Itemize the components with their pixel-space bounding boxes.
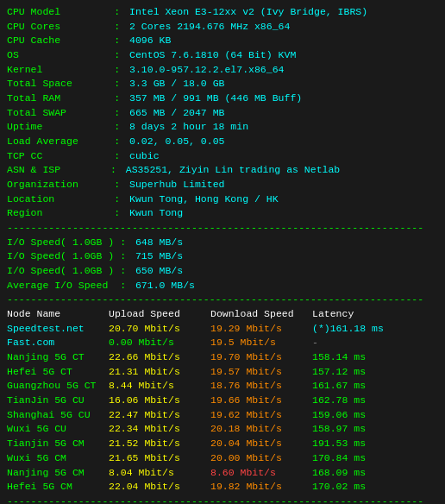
latency-tianjin-cm: 191.53 ms [312, 437, 366, 451]
speedtest-row: Nanjing 5G CM 8.04 Mbit/s 8.60 Mbit/s 16… [7, 466, 438, 481]
cpu-cores-label: CPU Cores [7, 20, 114, 35]
asn-isp-row: ASN & ISP : AS35251, Ziyin Lin trading a… [7, 163, 438, 178]
total-space-value: 3.3 GB / 18.0 GB [129, 77, 224, 91]
total-swap-value: 665 MB / 2047 MB [129, 106, 224, 121]
kernel-value: 3.10.0-957.12.2.el7.x86_64 [129, 63, 284, 78]
node-speedtest-net: Speedtest.net [7, 322, 109, 337]
upload-speedtest-net: 20.70 Mbit/s [109, 322, 210, 337]
node-guangzhou-ct: Guangzhou 5G CT [7, 379, 109, 394]
cpu-cache-row: CPU Cache : 4096 KB [7, 34, 438, 48]
cpu-cores-row: CPU Cores : 2 Cores 2194.676 MHz x86_64 [7, 20, 438, 35]
total-swap-label: Total SWAP [7, 106, 114, 121]
node-hefei-ct: Hefei 5G CT [7, 365, 109, 380]
upload-hefei-cm: 22.04 Mbit/s [109, 480, 210, 495]
th-upload: Upload Speed [109, 307, 210, 322]
speedtest-row: Hefei 5G CT 21.31 Mbit/s 19.57 Mbit/s 15… [7, 365, 438, 380]
latency-guangzhou-ct: 161.67 ms [312, 379, 366, 394]
speedtest-row: Shanghai 5G CU 22.47 Mbit/s 19.62 Mbit/s… [7, 408, 438, 423]
speedtest-row: Wuxi 5G CU 22.34 Mbit/s 20.18 Mbit/s 158… [7, 422, 438, 437]
upload-nanjing-cm: 8.04 Mbit/s [109, 466, 210, 481]
total-ram-value: 357 MB / 991 MB (446 MB Buff) [129, 91, 302, 106]
download-tianjin-cu: 19.66 Mbit/s [210, 394, 312, 408]
region-row: Region : Kwun Tong [7, 206, 438, 221]
divider-1: ----------------------------------------… [7, 221, 438, 236]
tcp-cc-value: cubic [129, 149, 160, 164]
download-nanjing-cm: 8.60 Mbit/s [210, 466, 312, 481]
total-space-row: Total Space : 3.3 GB / 18.0 GB [7, 77, 438, 91]
terminal-container: CPU Model : Intel Xeon E3-12xx v2 (Ivy B… [7, 5, 438, 504]
asn-isp-label: ASN & ISP [7, 163, 110, 178]
download-hefei-cm: 19.82 Mbit/s [210, 480, 312, 495]
total-space-label: Total Space [7, 77, 114, 91]
load-average-row: Load Average : 0.02, 0.05, 0.05 [7, 135, 438, 149]
upload-fast-com: 0.00 Mbit/s [109, 336, 210, 350]
io-speed-1-value: 648 MB/s [135, 236, 183, 250]
speedtest-row: TianJin 5G CU 16.06 Mbit/s 19.66 Mbit/s … [7, 394, 438, 408]
region-value: Kwun Tong [129, 206, 183, 221]
download-shanghai-cu: 19.62 Mbit/s [210, 408, 312, 423]
upload-tianjin-cm: 21.52 Mbit/s [109, 437, 210, 451]
latency-shanghai-cu: 159.06 ms [312, 408, 366, 423]
io-speed-3-value: 650 MB/s [135, 264, 183, 279]
location-label: Location [7, 192, 114, 207]
organization-value: Superhub Limited [129, 178, 224, 192]
location-value: Kwun Tong, Hong Kong / HK [129, 192, 279, 207]
sysinfo-section: CPU Model : Intel Xeon E3-12xx v2 (Ivy B… [7, 5, 438, 221]
upload-shanghai-cu: 22.47 Mbit/s [109, 408, 210, 423]
divider-2: ----------------------------------------… [7, 293, 438, 307]
organization-row: Organization : Superhub Limited [7, 178, 438, 192]
io-speed-2-value: 715 MB/s [135, 249, 183, 264]
uptime-value: 8 days 2 hour 18 min [129, 120, 248, 135]
os-value: CentOS 7.6.1810 (64 Bit) KVM [129, 48, 296, 63]
organization-label: Organization [7, 178, 114, 192]
avg-io-row: Average I/O Speed : 671.0 MB/s [7, 279, 438, 293]
speedtest-header: Node Name Upload Speed Download Speed La… [7, 307, 438, 322]
io-speed-2-row: I/O Speed( 1.0GB ) : 715 MB/s [7, 249, 438, 264]
th-download: Download Speed [210, 307, 312, 322]
io-speed-3-label: I/O Speed( 1.0GB ) [7, 264, 114, 279]
th-latency: Latency [312, 307, 354, 322]
latency-wuxi-cm: 170.84 ms [312, 451, 366, 466]
speedtest-section: Node Name Upload Speed Download Speed La… [7, 307, 438, 495]
node-tianjin-cu: TianJin 5G CU [7, 394, 109, 408]
os-label: OS [7, 48, 114, 63]
io-speed-1-row: I/O Speed( 1.0GB ) : 648 MB/s [7, 236, 438, 250]
avg-io-label: Average I/O Speed [7, 279, 114, 293]
speedtest-row: Speedtest.net 20.70 Mbit/s 19.29 Mbit/s … [7, 322, 438, 337]
location-row: Location : Kwun Tong, Hong Kong / HK [7, 192, 438, 207]
download-wuxi-cm: 20.00 Mbit/s [210, 451, 312, 466]
tcp-cc-label: TCP CC [7, 149, 114, 164]
total-swap-row: Total SWAP : 665 MB / 2047 MB [7, 106, 438, 121]
total-ram-label: Total RAM [7, 91, 114, 106]
uptime-row: Uptime : 8 days 2 hour 18 min [7, 120, 438, 135]
region-label: Region [7, 206, 114, 221]
cpu-cache-value: 4096 KB [129, 34, 171, 48]
latency-speedtest-net: (*)161.18 ms [312, 322, 384, 337]
upload-nanjing-ct: 22.66 Mbit/s [109, 350, 210, 365]
node-wuxi-cm: Wuxi 5G CM [7, 451, 109, 466]
th-node: Node Name [7, 307, 109, 322]
latency-tianjin-cu: 162.78 ms [312, 394, 366, 408]
download-hefei-ct: 19.57 Mbit/s [210, 365, 312, 380]
load-average-value: 0.02, 0.05, 0.05 [129, 135, 224, 149]
download-fast-com: 19.5 Mbit/s [210, 336, 312, 350]
latency-hefei-cm: 170.02 ms [312, 480, 366, 495]
node-shanghai-cu: Shanghai 5G CU [7, 408, 109, 423]
load-average-label: Load Average [7, 135, 114, 149]
latency-fast-com: - [312, 336, 318, 350]
latency-nanjing-cm: 168.09 ms [312, 466, 366, 481]
upload-wuxi-cu: 22.34 Mbit/s [109, 422, 210, 437]
download-tianjin-cm: 20.04 Mbit/s [210, 437, 312, 451]
cpu-cores-value: 2 Cores 2194.676 MHz x86_64 [129, 20, 290, 35]
uptime-label: Uptime [7, 120, 114, 135]
speedtest-row: Hefei 5G CM 22.04 Mbit/s 19.82 Mbit/s 17… [7, 480, 438, 495]
cpu-model-value: Intel Xeon E3-12xx v2 (Ivy Bridge, IBRS) [129, 5, 367, 20]
cpu-model-row: CPU Model : Intel Xeon E3-12xx v2 (Ivy B… [7, 5, 438, 20]
io-speed-1-label: I/O Speed( 1.0GB ) [7, 236, 114, 250]
io-speed-2-label: I/O Speed( 1.0GB ) [7, 249, 114, 264]
upload-tianjin-cu: 16.06 Mbit/s [109, 394, 210, 408]
upload-guangzhou-ct: 8.44 Mbit/s [109, 379, 210, 394]
node-wuxi-cu: Wuxi 5G CU [7, 422, 109, 437]
download-wuxi-cu: 20.18 Mbit/s [210, 422, 312, 437]
download-guangzhou-ct: 18.76 Mbit/s [210, 379, 312, 394]
